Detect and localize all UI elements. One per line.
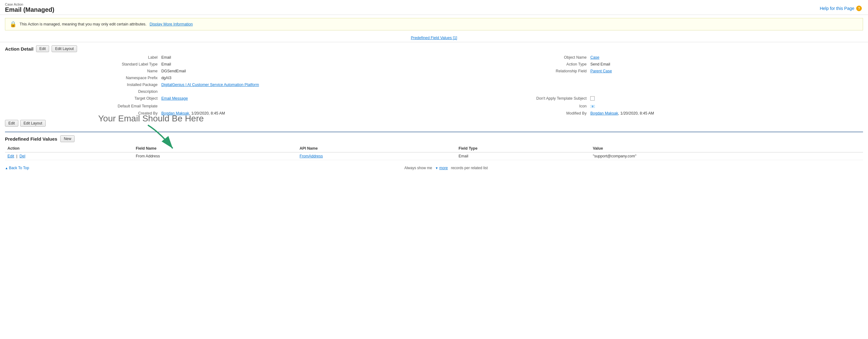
records-text: records per related list: [451, 166, 488, 170]
help-link[interactable]: Help for this Page ?: [820, 6, 862, 11]
more-link[interactable]: more: [439, 166, 448, 170]
modified-by-value: Bogdan Maksak, 1/20/2020, 8:45 AM: [588, 110, 863, 117]
page-footer: Back To Top Always show me ▼ more record…: [0, 163, 868, 173]
object-name-value: Case: [588, 54, 863, 61]
target-object-link[interactable]: Email Message: [161, 96, 188, 101]
always-show-text: Always show me: [404, 166, 432, 170]
modified-by-label: Modified By: [434, 110, 588, 117]
created-by-link[interactable]: Bogdan Maksak: [161, 111, 189, 115]
installed-package-link[interactable]: DigitalGenius | AI Customer Service Auto…: [161, 82, 259, 87]
table-row: Installed Package DigitalGenius | AI Cus…: [5, 81, 863, 88]
col-action: Action: [5, 145, 133, 152]
new-button[interactable]: New: [60, 135, 74, 142]
table-header-row: Action Field Name API Name Field Type Va…: [5, 145, 863, 152]
dont-apply-value: [588, 95, 863, 103]
default-email-template-value: [159, 103, 434, 110]
footer-center: Always show me ▼ more records per relate…: [404, 166, 488, 170]
description-label: Description: [5, 88, 159, 95]
table-row: Description: [5, 88, 863, 95]
section-title: Action Detail: [5, 46, 34, 52]
table-row: Edit | Del From Address FromAddress Emai…: [5, 152, 863, 160]
predefined-field-values-section: Predefined Field Values New Action Field…: [5, 132, 863, 160]
bottom-edit-button[interactable]: Edit: [5, 120, 18, 127]
created-by-value: Bogdan Maksak, 1/20/2020, 8:45 AM: [159, 110, 434, 117]
table-row: Target Object Email Message Don't Apply …: [5, 95, 863, 103]
col-api-name: API Name: [297, 145, 456, 152]
namespace-prefix-label: Namespace Prefix: [5, 74, 159, 81]
help-link-text: Help for this Page: [820, 6, 854, 11]
row-value: "support@company.com": [590, 152, 863, 160]
object-name-link[interactable]: Case: [590, 55, 599, 60]
predefined-field-values-link-bar: Predefined Field Values [1]: [0, 34, 868, 42]
bottom-edit-layout-button[interactable]: Edit Layout: [20, 120, 46, 127]
col-field-type: Field Type: [456, 145, 590, 152]
name-label: Name: [5, 68, 159, 74]
info-banner: 🔒 This Action is managed, meaning that y…: [5, 18, 863, 30]
predefined-field-values-link[interactable]: Predefined Field Values [1]: [411, 36, 457, 40]
table-row: Name DGSendEmail Relationship Field Pare…: [5, 68, 863, 74]
edit-button[interactable]: Edit: [36, 45, 50, 52]
action-type-value: Send Email: [588, 61, 863, 68]
table-row: Default Email Template Icon 📧: [5, 103, 863, 110]
default-email-template-label: Default Email Template: [5, 103, 159, 110]
object-name-label: Object Name: [434, 54, 588, 61]
action-detail-section: Action Detail Edit Edit Layout Label Ema…: [5, 42, 863, 130]
edit-layout-button[interactable]: Edit Layout: [52, 45, 77, 52]
row-field-name: From Address: [133, 152, 297, 160]
page-title: Email (Managed): [5, 6, 863, 13]
namespace-prefix-value: dgAI3: [159, 74, 434, 81]
del-row-link[interactable]: Del: [20, 154, 26, 158]
table-row: Created By Bogdan Maksak, 1/20/2020, 8:4…: [5, 110, 863, 117]
label-field-label: Label: [5, 54, 159, 61]
row-action: Edit | Del: [5, 152, 133, 160]
target-object-label: Target Object: [5, 95, 159, 103]
row-api-name: FromAddress: [297, 152, 456, 160]
standard-label-type-label: Standard Label Type: [5, 61, 159, 68]
pfv-header: Predefined Field Values New: [5, 132, 863, 145]
icon-label: Icon: [434, 103, 588, 110]
display-more-link[interactable]: Display More Information: [150, 22, 193, 26]
modified-by-link[interactable]: Bogdan Maksak: [590, 111, 618, 115]
name-value: DGSendEmail: [159, 68, 434, 74]
help-icon: ?: [856, 6, 862, 11]
standard-label-type-value: Email: [159, 61, 434, 68]
row-field-type: Email: [456, 152, 590, 160]
edit-row-link[interactable]: Edit: [7, 154, 14, 158]
detail-table: Label Email Object Name Case Standard La…: [5, 54, 863, 117]
icon-value: 📧: [588, 103, 863, 110]
table-row: Standard Label Type Email Action Type Se…: [5, 61, 863, 68]
action-type-label: Action Type: [434, 61, 588, 68]
api-name-link[interactable]: FromAddress: [300, 154, 323, 158]
col-value: Value: [590, 145, 863, 152]
installed-package-label: Installed Package: [5, 81, 159, 88]
predefined-table: Action Field Name API Name Field Type Va…: [5, 145, 863, 160]
back-to-top-link[interactable]: Back To Top: [5, 166, 29, 170]
target-object-value: Email Message: [159, 95, 434, 103]
created-by-label: Created By: [5, 110, 159, 117]
banner-text: This Action is managed, meaning that you…: [20, 22, 147, 26]
bottom-edit-row: Edit Edit Layout: [5, 117, 863, 130]
description-value: [159, 88, 434, 95]
dont-apply-checkbox: [590, 96, 595, 101]
dropdown-triangle-icon: ▼: [435, 166, 438, 170]
relationship-field-label: Relationship Field: [434, 68, 588, 74]
back-to-top: Back To Top: [5, 166, 29, 170]
table-row: Label Email Object Name Case: [5, 54, 863, 61]
info-icon: 🔒: [10, 21, 17, 28]
table-row: Namespace Prefix dgAI3: [5, 74, 863, 81]
dont-apply-label: Don't Apply Template Subject: [434, 95, 588, 103]
col-field-name: Field Name: [133, 145, 297, 152]
label-field-value: Email: [159, 54, 434, 61]
relationship-field-value: Parent Case: [588, 68, 863, 74]
page-header: Case Action Email (Managed): [0, 0, 868, 15]
installed-package-value: DigitalGenius | AI Customer Service Auto…: [159, 81, 863, 88]
breadcrumb: Case Action: [5, 2, 863, 6]
relationship-field-link[interactable]: Parent Case: [590, 69, 612, 73]
section-header: Action Detail Edit Edit Layout: [5, 42, 863, 54]
pfv-title: Predefined Field Values: [5, 136, 57, 142]
